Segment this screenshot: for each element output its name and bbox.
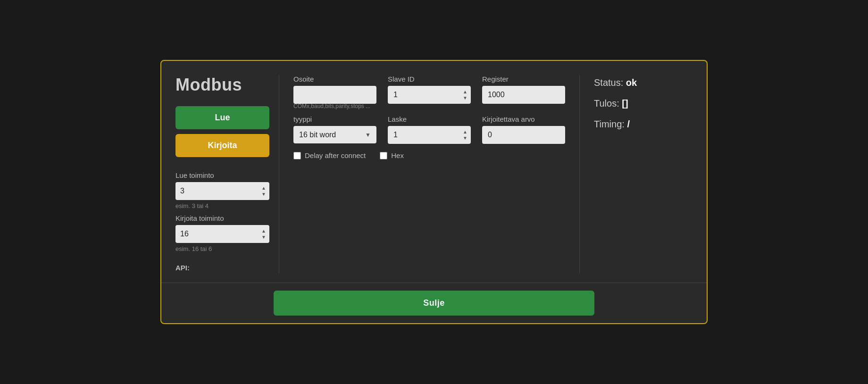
laske-input[interactable]	[388, 126, 471, 144]
lue-toiminto-arrows: ▲ ▼	[260, 185, 267, 197]
lue-toiminto-label: Lue toiminto	[175, 171, 269, 179]
lue-toiminto-input[interactable]	[175, 182, 269, 200]
tyyppi-select[interactable]: 16 bit word 8 bit 32 bit float 32 bit in…	[293, 126, 376, 143]
slave-id-input[interactable]	[388, 86, 471, 104]
laske-up[interactable]: ▲	[461, 129, 469, 135]
slave-id-group: Slave ID ▲ ▼	[388, 75, 471, 104]
hex-label: Hex	[391, 151, 404, 159]
hex-checkbox-item[interactable]: Hex	[380, 151, 404, 159]
kirjoita-toiminto-down[interactable]: ▼	[260, 234, 267, 240]
status-value: ok	[626, 77, 637, 88]
kirjoitettava-label: Kirjoitettava arvo	[482, 115, 565, 123]
kirjoita-button[interactable]: Kirjoita	[175, 134, 269, 157]
kirjoita-toiminto-wrapper: ▲ ▼	[175, 225, 269, 243]
slave-id-wrapper: ▲ ▼	[388, 86, 471, 104]
delay-checkbox[interactable]	[293, 152, 301, 159]
lue-toiminto-up[interactable]: ▲	[260, 185, 267, 191]
register-group: Register	[482, 75, 565, 104]
form-row-1: Osoite Slave ID ▲ ▼ Register	[293, 75, 565, 104]
laske-arrows: ▲ ▼	[461, 129, 469, 141]
api-label: API:	[175, 264, 269, 272]
register-input[interactable]	[482, 86, 565, 104]
laske-group: Laske ▲ ▼	[388, 115, 471, 144]
kirjoita-toiminto-label: Kirjoita toiminto	[175, 214, 269, 222]
osoite-input[interactable]	[293, 86, 376, 104]
timing-line: Timing: /	[594, 117, 693, 132]
modbus-dialog: Modbus Lue Kirjoita Lue toiminto ▲ ▼ esi…	[160, 60, 708, 324]
laske-down[interactable]: ▼	[461, 135, 469, 141]
lue-button[interactable]: Lue	[175, 106, 269, 129]
checkbox-row: Delay after connect Hex	[293, 151, 565, 159]
status-label: Status:	[594, 77, 623, 88]
delay-label: Delay after connect	[305, 151, 366, 159]
register-label: Register	[482, 75, 565, 83]
slave-id-down[interactable]: ▼	[461, 95, 469, 101]
left-panel: Modbus Lue Kirjoita Lue toiminto ▲ ▼ esi…	[175, 75, 279, 273]
kirjoita-toiminto-arrows: ▲ ▼	[260, 228, 267, 240]
tyyppi-select-wrapper: 16 bit word 8 bit 32 bit float 32 bit in…	[293, 126, 376, 143]
timing-value: /	[627, 119, 630, 129]
tyyppi-label: tyyppi	[293, 115, 376, 123]
kirjoita-toiminto-input[interactable]	[175, 225, 269, 243]
lue-toiminto-wrapper: ▲ ▼	[175, 182, 269, 200]
slave-id-up[interactable]: ▲	[461, 89, 469, 95]
delay-checkbox-item[interactable]: Delay after connect	[293, 151, 366, 159]
dialog-footer: Sulje	[161, 283, 707, 323]
right-panel: Status: ok Tulos: [] Timing: /	[579, 75, 693, 273]
osoite-hint: COMx,baud,bits,parity,stops ...	[293, 103, 565, 109]
osoite-label: Osoite	[293, 75, 376, 83]
slave-id-label: Slave ID	[388, 75, 471, 83]
tyyppi-group: tyyppi 16 bit word 8 bit 32 bit float 32…	[293, 115, 376, 144]
tulos-label: Tulos:	[594, 98, 619, 109]
hex-checkbox[interactable]	[380, 152, 387, 159]
kirjoitettava-group: Kirjoitettava arvo	[482, 115, 565, 144]
kirjoitettava-input[interactable]	[482, 126, 565, 144]
laske-label: Laske	[388, 115, 471, 123]
app-title: Modbus	[175, 75, 269, 95]
lue-toiminto-hint: esim. 3 tai 4	[175, 202, 269, 209]
kirjoita-toiminto-hint: esim. 16 tai 6	[175, 245, 269, 252]
tulos-value: []	[622, 98, 628, 109]
sulje-button[interactable]: Sulje	[274, 291, 594, 316]
slave-id-arrows: ▲ ▼	[461, 89, 469, 101]
middle-panel: Osoite Slave ID ▲ ▼ Register	[279, 75, 579, 273]
laske-wrapper: ▲ ▼	[388, 126, 471, 144]
lue-toiminto-down[interactable]: ▼	[260, 192, 267, 197]
status-line: Status: ok	[594, 75, 693, 90]
kirjoita-toiminto-up[interactable]: ▲	[260, 228, 267, 234]
osoite-group: Osoite	[293, 75, 376, 104]
tulos-line: Tulos: []	[594, 96, 693, 111]
timing-label: Timing:	[594, 119, 625, 129]
form-row-2: tyyppi 16 bit word 8 bit 32 bit float 32…	[293, 115, 565, 144]
